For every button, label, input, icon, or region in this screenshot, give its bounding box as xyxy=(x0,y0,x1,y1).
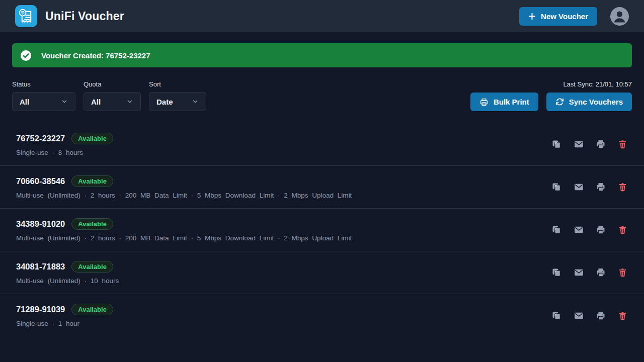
copy-icon xyxy=(551,267,561,278)
copy-icon xyxy=(551,139,561,149)
quota-filter-value: All xyxy=(91,98,101,106)
chevron-down-icon xyxy=(192,98,199,105)
trash-icon xyxy=(618,182,627,192)
print-button[interactable] xyxy=(596,267,606,278)
voucher-row: 76752-23227 Available Single-use · 8 hou… xyxy=(0,123,644,166)
filter-group: Status All Quota All Sort Date xyxy=(12,80,206,111)
user-avatar[interactable] xyxy=(610,7,629,26)
status-filter: Status All xyxy=(12,80,75,111)
trash-icon xyxy=(618,225,627,235)
voucher-details: Multi-use (Unlimited) · 2 hours · 200 MB… xyxy=(16,192,352,199)
success-banner: Voucher Created: 76752-23227 xyxy=(12,43,632,67)
last-sync-text: Last Sync: 21/01, 10:57 xyxy=(563,80,632,88)
voucher-row: 34389-91020 Available Multi-use (Unlimit… xyxy=(0,209,644,251)
row-actions xyxy=(551,139,628,149)
row-actions xyxy=(551,182,628,192)
voucher-info: 71289-91039 Available Single-use · 1 hou… xyxy=(16,304,113,327)
printer-icon xyxy=(479,98,489,107)
email-button[interactable] xyxy=(574,225,584,235)
delete-button[interactable] xyxy=(618,182,628,192)
voucher-code: 70660-38546 xyxy=(16,176,65,186)
voucher-code: 71289-91039 xyxy=(16,305,65,314)
voucher-code: 76752-23227 xyxy=(16,134,65,143)
bulk-print-button[interactable]: Bulk Print xyxy=(470,93,538,111)
voucher-details: Single-use · 1 hour xyxy=(16,320,113,327)
email-icon xyxy=(574,225,584,235)
print-button[interactable] xyxy=(596,139,606,149)
email-button[interactable] xyxy=(574,311,584,321)
email-button[interactable] xyxy=(574,139,584,149)
print-icon xyxy=(596,182,606,192)
status-filter-value: All xyxy=(20,98,29,106)
filter-bar: Status All Quota All Sort Date Last Sync… xyxy=(12,80,632,111)
copy-button[interactable] xyxy=(551,267,561,278)
sync-area: Last Sync: 21/01, 10:57 Bulk Print Sync … xyxy=(470,80,632,111)
voucher-info: 34389-91020 Available Multi-use (Unlimit… xyxy=(16,218,352,242)
trash-icon xyxy=(618,139,627,149)
status-badge: Available xyxy=(71,175,113,187)
chevron-down-icon xyxy=(61,98,68,105)
voucher-row: 71289-91039 Available Single-use · 1 hou… xyxy=(0,294,644,337)
page-title: UniFi Voucher xyxy=(45,10,124,23)
print-button[interactable] xyxy=(596,182,606,192)
print-icon xyxy=(596,267,606,278)
quota-filter-label: Quota xyxy=(84,80,141,88)
copy-icon xyxy=(551,182,561,192)
status-badge: Available xyxy=(71,218,113,230)
print-button[interactable] xyxy=(596,311,606,321)
print-icon xyxy=(596,139,606,149)
check-circle-icon xyxy=(21,50,31,61)
voucher-info: 34081-71883 Available Multi-use (Unlimit… xyxy=(16,261,119,285)
status-filter-select[interactable]: All xyxy=(12,92,75,111)
voucher-list: 76752-23227 Available Single-use · 8 hou… xyxy=(0,123,644,337)
sync-vouchers-button[interactable]: Sync Vouchers xyxy=(546,93,632,111)
sort-filter: Sort Date xyxy=(149,80,206,111)
row-actions xyxy=(551,311,628,321)
voucher-code: 34389-91020 xyxy=(16,219,65,229)
voucher-details: Multi-use (Unlimited) · 2 hours · 200 MB… xyxy=(16,234,352,242)
chevron-down-icon xyxy=(126,98,133,105)
status-badge: Available xyxy=(71,304,113,315)
app-header: UniFi Voucher New Voucher xyxy=(0,0,644,32)
header-actions: New Voucher xyxy=(519,7,629,26)
copy-button[interactable] xyxy=(551,311,561,321)
status-badge: Available xyxy=(71,133,113,144)
email-icon xyxy=(574,139,584,149)
print-button[interactable] xyxy=(596,225,606,235)
delete-button[interactable] xyxy=(618,139,628,149)
email-button[interactable] xyxy=(574,267,584,278)
copy-button[interactable] xyxy=(551,182,561,192)
quota-filter: Quota All xyxy=(84,80,141,111)
status-filter-label: Status xyxy=(12,80,75,88)
row-actions xyxy=(551,225,628,235)
voucher-details: Multi-use (Unlimited) · 10 hours xyxy=(16,277,119,285)
voucher-code: 34081-71883 xyxy=(16,262,65,272)
new-voucher-button[interactable]: New Voucher xyxy=(519,7,597,26)
email-icon xyxy=(574,267,584,278)
delete-button[interactable] xyxy=(618,311,628,321)
copy-icon xyxy=(551,225,561,235)
voucher-row: 70660-38546 Available Multi-use (Unlimit… xyxy=(0,166,644,209)
sort-filter-select[interactable]: Date xyxy=(149,92,206,111)
sync-vouchers-label: Sync Vouchers xyxy=(569,98,623,106)
email-icon xyxy=(574,311,584,321)
print-icon xyxy=(596,225,606,235)
email-icon xyxy=(574,182,584,192)
email-button[interactable] xyxy=(574,182,584,192)
quota-filter-select[interactable]: All xyxy=(84,92,141,111)
delete-button[interactable] xyxy=(618,225,628,235)
copy-icon xyxy=(551,311,561,321)
voucher-info: 76752-23227 Available Single-use · 8 hou… xyxy=(16,133,113,156)
bulk-print-label: Bulk Print xyxy=(494,98,529,106)
voucher-info: 70660-38546 Available Multi-use (Unlimit… xyxy=(16,175,352,199)
status-badge: Available xyxy=(71,261,113,273)
delete-button[interactable] xyxy=(618,267,628,278)
print-icon xyxy=(596,311,606,321)
action-buttons: Bulk Print Sync Vouchers xyxy=(470,93,632,111)
copy-button[interactable] xyxy=(551,225,561,235)
copy-button[interactable] xyxy=(551,139,561,149)
row-actions xyxy=(551,267,628,278)
trash-icon xyxy=(618,311,627,321)
voucher-details: Single-use · 8 hours xyxy=(16,149,113,156)
sync-icon xyxy=(555,98,564,106)
